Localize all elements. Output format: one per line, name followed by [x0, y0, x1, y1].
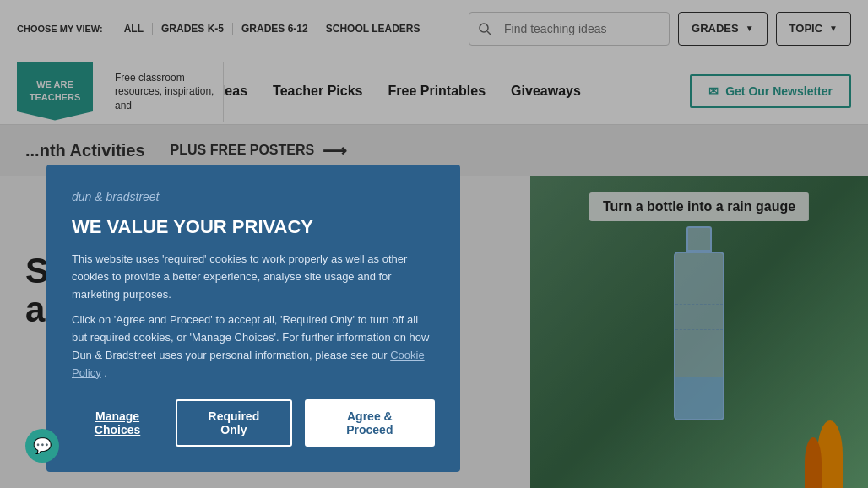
- required-only-button[interactable]: Required Only: [176, 399, 292, 447]
- privacy-modal: dun & bradstreet WE VALUE YOUR PRIVACY T…: [46, 165, 460, 472]
- manage-choices-button[interactable]: Manage Choices: [72, 409, 163, 436]
- chat-bubble-button[interactable]: 💬: [25, 429, 59, 463]
- chat-icon: 💬: [33, 436, 52, 455]
- agree-proceed-button[interactable]: Agree & Proceed: [305, 399, 435, 447]
- modal-body-1: This website uses 'required' cookies to …: [72, 251, 435, 303]
- modal-buttons: Manage Choices Required Only Agree & Pro…: [72, 399, 435, 447]
- modal-title: WE VALUE YOUR PRIVACY: [72, 216, 435, 238]
- modal-body2-text: Click on 'Agree and Proceed' to accept a…: [72, 313, 429, 361]
- modal-overlay: dun & bradstreet WE VALUE YOUR PRIVACY T…: [0, 0, 868, 488]
- modal-body2-end: .: [104, 366, 107, 379]
- dnb-logo: dun & bradstreet: [72, 190, 435, 203]
- modal-body-2: Click on 'Agree and Proceed' to accept a…: [72, 312, 435, 382]
